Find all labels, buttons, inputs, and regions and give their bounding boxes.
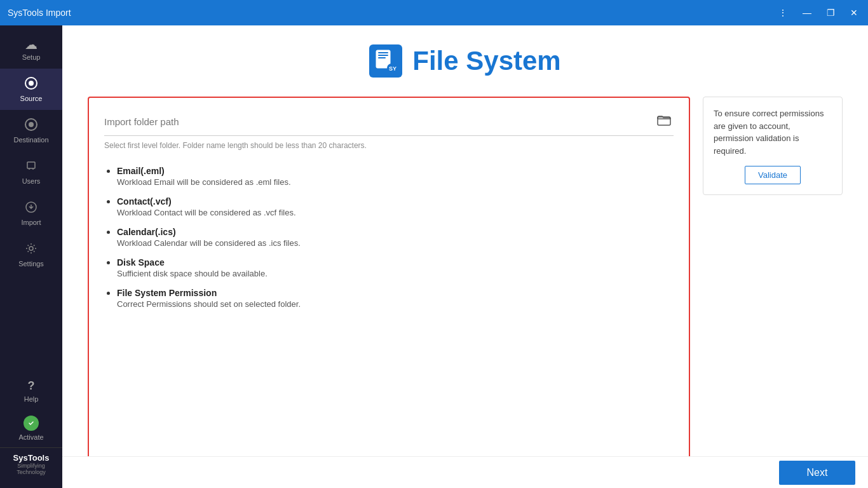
list-item: Contact(.vcf) Workload Contact will be c…	[117, 196, 674, 217]
sidebar-label-settings: Settings	[18, 260, 44, 268]
sidebar-label-import: Import	[21, 219, 41, 226]
main-content: SYS File System Select	[62, 25, 868, 488]
svg-text:SYS: SYS	[389, 65, 397, 72]
brand-tagline: Simplifying Technology	[5, 463, 57, 475]
sidebar-label-setup: Setup	[22, 53, 41, 61]
form-panel: Select first level folder. Folder name l…	[88, 97, 690, 475]
sidebar-label-source: Source	[20, 95, 43, 102]
import-icon	[24, 200, 38, 216]
sidebar-item-users[interactable]: Users	[0, 151, 62, 193]
folder-hint: Select first level folder. Folder name l…	[104, 141, 674, 150]
cloud-icon: ☁	[25, 38, 37, 51]
item-desc-0: Workload Email will be considered as .em…	[117, 177, 674, 187]
menu-button[interactable]: ⋮	[776, 6, 790, 19]
svg-rect-11	[658, 117, 670, 125]
maximize-button[interactable]: ❐	[824, 6, 837, 19]
content-row: Select first level folder. Folder name l…	[88, 97, 843, 475]
folder-path-row	[104, 113, 674, 136]
activate-icon	[24, 416, 39, 431]
folder-path-input[interactable]	[104, 116, 654, 127]
item-title-4: File System Permission	[117, 288, 674, 298]
source-icon	[24, 76, 38, 92]
sidebar-item-source[interactable]: Source	[0, 69, 62, 110]
permission-box: To ensure correct permissions are given …	[703, 97, 843, 195]
item-desc-2: Workload Calendar will be considered as …	[117, 238, 674, 248]
minimize-button[interactable]: —	[800, 6, 814, 19]
sidebar-label-activate: Activate	[18, 433, 43, 441]
svg-point-3	[29, 122, 34, 127]
sidebar-bottom: ? Help Activate SysTools Simplifying Tec…	[0, 373, 62, 488]
settings-icon	[24, 241, 38, 257]
svg-point-6	[29, 247, 33, 250]
next-button[interactable]: Next	[779, 461, 855, 485]
item-desc-4: Correct Permissions should set on select…	[117, 299, 674, 309]
permission-text: To ensure correct permissions are given …	[714, 107, 832, 157]
browse-folder-button[interactable]	[654, 113, 674, 130]
app-body: ☁ Setup Source Destination	[0, 25, 868, 488]
sidebar: ☁ Setup Source Destination	[0, 25, 62, 488]
svg-point-1	[29, 81, 34, 86]
page-title: File System	[412, 46, 560, 76]
item-title-0: Email(.eml)	[117, 166, 674, 176]
svg-rect-4	[27, 162, 35, 168]
list-item: Calendar(.ics) Workload Calendar will be…	[117, 226, 674, 248]
titlebar: SysTools Import ⋮ — ❐ ✕	[0, 0, 868, 25]
brand-name: SysTools	[5, 453, 57, 463]
close-button[interactable]: ✕	[848, 6, 860, 19]
list-item: File System Permission Correct Permissio…	[117, 287, 674, 309]
sidebar-item-settings[interactable]: Settings	[0, 234, 62, 275]
bottom-bar: Next	[62, 456, 868, 488]
users-icon	[24, 159, 38, 175]
destination-icon	[24, 118, 38, 133]
sidebar-item-activate[interactable]: Activate	[0, 409, 62, 447]
info-panel: To ensure correct permissions are given …	[703, 97, 843, 475]
sidebar-item-setup[interactable]: ☁ Setup	[0, 30, 62, 69]
item-desc-1: Workload Contact will be considered as .…	[117, 208, 674, 217]
sidebar-label-help: Help	[24, 395, 39, 403]
info-list: Email(.eml) Workload Email will be consi…	[104, 165, 674, 309]
item-title-3: Disk Space	[117, 257, 674, 268]
list-item: Disk Space Sufficient disk space should …	[117, 257, 674, 278]
list-item: Email(.eml) Workload Email will be consi…	[117, 165, 674, 187]
sidebar-item-help[interactable]: ? Help	[0, 373, 62, 409]
sidebar-item-import[interactable]: Import	[0, 193, 62, 234]
sidebar-label-users: Users	[22, 177, 41, 185]
brand-area: SysTools Simplifying Technology	[0, 447, 62, 480]
sidebar-item-destination[interactable]: Destination	[0, 110, 62, 151]
item-title-1: Contact(.vcf)	[117, 196, 674, 207]
sidebar-label-destination: Destination	[13, 136, 48, 144]
window-controls: ⋮ — ❐ ✕	[776, 6, 860, 19]
validate-button[interactable]: Validate	[745, 166, 801, 184]
app-title: SysTools Import	[8, 8, 71, 18]
item-title-2: Calendar(.ics)	[117, 227, 674, 237]
page-header: SYS File System	[88, 44, 843, 78]
page-icon: SYS	[369, 44, 402, 78]
item-desc-3: Sufficient disk space should be availabl…	[117, 269, 674, 278]
help-icon: ?	[28, 379, 35, 393]
